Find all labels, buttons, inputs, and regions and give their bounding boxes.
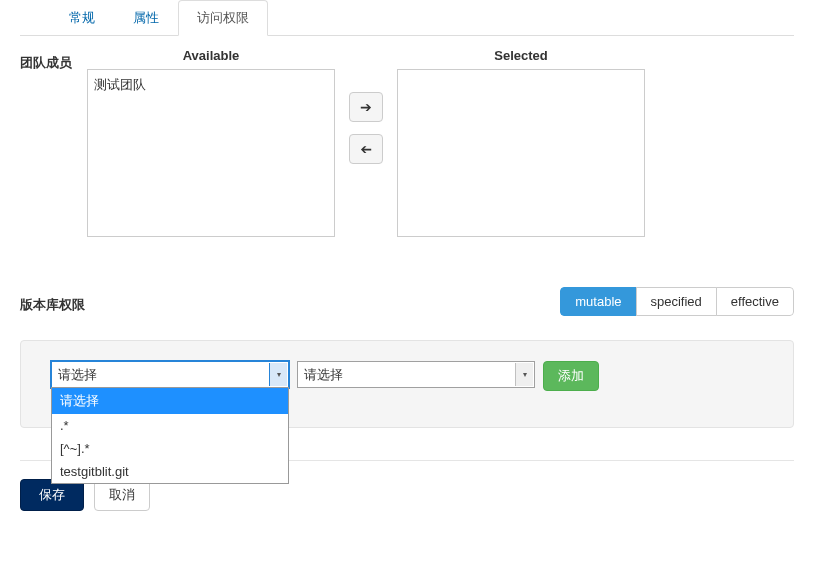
chevron-down-icon: ▾	[515, 363, 533, 386]
dropdown-option[interactable]: 请选择	[52, 388, 288, 414]
selected-listbox[interactable]	[397, 69, 645, 237]
permission-level-select[interactable]: 请选择 ▾	[297, 361, 535, 388]
move-left-button[interactable]: ➔	[349, 134, 383, 164]
available-header: Available	[183, 48, 240, 63]
repo-select-value: 请选择	[58, 366, 97, 384]
dropdown-option[interactable]: .*	[52, 414, 288, 437]
tab-access[interactable]: 访问权限	[178, 0, 268, 36]
selected-header: Selected	[494, 48, 547, 63]
chevron-down-icon: ▾	[269, 363, 287, 386]
repo-permissions-label: 版本库权限	[20, 290, 85, 314]
team-members-label: 团队成员	[20, 48, 87, 72]
move-right-button[interactable]: ➔	[349, 92, 383, 122]
segment-mutable[interactable]: mutable	[560, 287, 636, 316]
permission-form-panel: 请选择 ▾ 请选择 .* [^~].* testgitblit.git 请选择 …	[20, 340, 794, 428]
segment-effective[interactable]: effective	[716, 287, 794, 316]
dropdown-option[interactable]: testgitblit.git	[52, 460, 288, 483]
repo-select-dropdown: 请选择 .* [^~].* testgitblit.git	[51, 387, 289, 484]
tab-bar: 常规 属性 访问权限	[20, 0, 794, 36]
dropdown-option[interactable]: [^~].*	[52, 437, 288, 460]
list-item[interactable]: 测试团队	[94, 74, 328, 96]
segment-specified[interactable]: specified	[636, 287, 717, 316]
add-button[interactable]: 添加	[543, 361, 599, 391]
permission-level-value: 请选择	[304, 366, 343, 384]
arrow-right-icon: ➔	[360, 99, 372, 115]
permission-segments: mutable specified effective	[560, 287, 794, 316]
tab-general[interactable]: 常规	[50, 0, 114, 36]
repo-select[interactable]: 请选择 ▾	[51, 361, 289, 388]
available-listbox[interactable]: 测试团队	[87, 69, 335, 237]
tab-properties[interactable]: 属性	[114, 0, 178, 36]
arrow-left-icon: ➔	[360, 141, 372, 157]
